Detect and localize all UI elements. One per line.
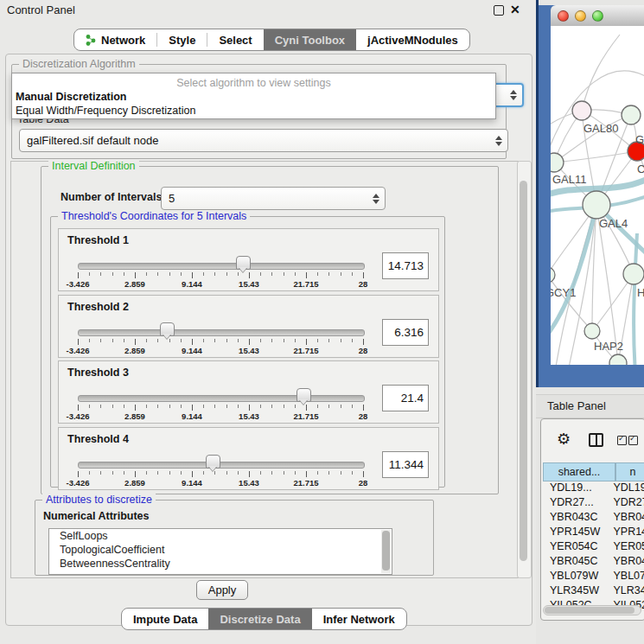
tab-label: jActiveMNodules (367, 34, 458, 47)
node-label-gal80: GAL80 (583, 122, 618, 135)
network-canvas[interactable]: GAL80GAGAL11CGAL4GCY1HHAP2 (551, 26, 644, 365)
tab-label: Infer Network (323, 613, 395, 626)
top-right-node[interactable] (622, 105, 641, 124)
thresholds-section-label: Threshold's Coordinates for 5 Intervals (58, 210, 250, 222)
threshold-value-field[interactable]: 6.316 (382, 319, 429, 346)
column-header-shared-[interactable]: shared... (543, 462, 615, 481)
cell-shared-name: YBL079W (543, 570, 609, 584)
tab-cyni-toolbox[interactable]: Cyni Toolbox (264, 29, 356, 50)
threshold-row-2: Threshold 2-3.4262.8599.14415.4321.71528… (58, 295, 439, 358)
zoom-traffic-light-icon[interactable] (592, 10, 603, 22)
tab-discretize-data[interactable]: Discretize Data (208, 609, 311, 629)
algorithm-dropdown-popup: Select algorithm to view settings Manual… (11, 73, 496, 119)
HAP2-node[interactable] (584, 323, 600, 339)
table-row[interactable]: YDR27...YDR27 (543, 496, 644, 511)
threshold-value-field[interactable]: 11.344 (382, 451, 429, 478)
number-of-intervals-combo[interactable]: 5 (161, 187, 386, 210)
list-scrollbar-thumb[interactable] (382, 531, 390, 571)
table-horizontal-scrollbar[interactable] (543, 605, 641, 615)
cell-name: YBR045 (609, 555, 644, 570)
cell-name: YLR345 (609, 584, 644, 599)
table-data-combo[interactable]: galFiltered.sif default node (19, 129, 508, 152)
slider-track[interactable] (78, 462, 365, 469)
apply-button[interactable]: Apply (196, 580, 248, 600)
cell-shared-name: YER054C (543, 540, 609, 555)
network-thick-edge[interactable] (634, 233, 637, 365)
tab-label: Network (101, 34, 145, 47)
dropdown-prompt: Select algorithm to view settings (12, 73, 495, 90)
table-panel: ⚙ shared...n YDL19...YDL19YDR27...YDR27Y… (540, 418, 644, 621)
close-icon[interactable]: ✕ (510, 3, 520, 16)
control-panel-titlebar: Control Panel ✕ (0, 0, 536, 21)
list-item-selfloops[interactable]: SelfLoops (49, 529, 392, 543)
table-row[interactable]: YBR045CYBR045 (543, 555, 644, 570)
tab-infer-network[interactable]: Infer Network (312, 609, 406, 629)
GAL4-node[interactable] (583, 191, 610, 219)
network-thick-edge[interactable] (551, 205, 596, 337)
list-scrollbar[interactable] (381, 530, 391, 573)
GCY1-node[interactable] (551, 267, 555, 283)
minimize-traffic-light-icon[interactable] (575, 10, 586, 22)
node-label-gal11: GAL11 (552, 173, 587, 186)
network-edge[interactable] (582, 35, 620, 111)
scrollbar-thumb[interactable] (545, 607, 634, 614)
list-item-betweennesscentrality[interactable]: BetweennessCentrality (49, 557, 392, 571)
split-columns-icon[interactable] (589, 433, 603, 447)
scrollbar-thumb[interactable] (520, 181, 527, 561)
table-data-combo-value: galFiltered.sif default node (27, 134, 158, 147)
GAL11-node[interactable] (551, 153, 564, 172)
dropdown-item-manual-discretization[interactable]: Manual Discretization (12, 90, 495, 104)
table-row[interactable]: YER054CYER054 (543, 540, 644, 555)
threshold-value-field[interactable]: 21.4 (382, 385, 429, 411)
cell-name: YER054 (609, 540, 644, 555)
settings-vertical-scrollbar[interactable] (517, 161, 532, 578)
H-node[interactable] (623, 264, 644, 284)
slider-tick-labels: -3.4262.8599.14415.4321.71528 (78, 279, 363, 289)
table-panel-header: Table Panel (536, 394, 644, 418)
table-row[interactable]: YPR145WYPR145 (543, 526, 644, 540)
slider-thumb[interactable] (236, 256, 251, 270)
table-row[interactable]: YLR345WYLR345 (543, 584, 644, 599)
node-label-hap2: HAP2 (594, 340, 623, 353)
cell-shared-name: YBR045C (543, 555, 609, 570)
interval-definition-label: Interval Definition (48, 160, 139, 172)
cell-shared-name: YBR043C (543, 511, 609, 526)
dropdown-item-equal-width-frequency-discretization[interactable]: Equal Width/Frequency Discretization (12, 104, 495, 118)
network-icon (86, 34, 96, 47)
network-window-titlebar[interactable] (551, 5, 644, 27)
slider-track[interactable] (78, 329, 365, 336)
column-header-n[interactable]: n (615, 462, 644, 481)
node-label-c: C (637, 163, 644, 175)
GAL80-node[interactable] (572, 101, 591, 120)
checkbox-pair-icon[interactable] (617, 436, 638, 445)
slider-thumb[interactable] (296, 388, 311, 402)
slider-track[interactable] (78, 263, 365, 270)
list-item-topologicalcoefficient[interactable]: TopologicalCoefficient (49, 543, 392, 557)
slider-tick-labels: -3.4262.8599.14415.4321.71528 (78, 346, 363, 355)
slider-thumb[interactable] (206, 455, 220, 469)
threshold-value-field[interactable]: 14.713 (382, 252, 429, 279)
panel-divider[interactable] (536, 0, 539, 393)
tab-impute-data[interactable]: Impute Data (122, 609, 208, 629)
gear-icon[interactable]: ⚙ (557, 431, 571, 447)
float-window-icon[interactable] (494, 5, 504, 16)
table-row[interactable]: YBL079WYBL079 (543, 570, 644, 584)
tab-jactivemnodules[interactable]: jActiveMNodules (356, 29, 469, 50)
slider-track[interactable] (78, 395, 365, 402)
tab-network[interactable]: Network (74, 29, 156, 50)
threshold-row-4: Threshold 4-3.4262.8599.14415.4321.71528… (58, 427, 439, 490)
numerical-attributes-list[interactable]: SelfLoopsTopologicalCoefficientBetweenne… (48, 528, 392, 575)
table-row[interactable]: YDL19...YDL19 (543, 481, 644, 496)
table-row[interactable]: YBR043CYBR043 (543, 511, 644, 526)
network-edge[interactable] (554, 151, 637, 163)
slider-thumb[interactable] (160, 322, 175, 336)
threshold-label: Threshold 4 (67, 433, 129, 445)
cell-shared-name: YLR345W (543, 584, 609, 599)
cell-name: YPR145 (609, 526, 644, 540)
screenshot-root: Control Panel ✕ NetworkStyleSelectCyni T… (0, 0, 644, 644)
tab-select[interactable]: Select (207, 29, 263, 50)
close-traffic-light-icon[interactable] (558, 10, 569, 22)
tab-style[interactable]: Style (157, 29, 207, 50)
slider-ruler (78, 471, 363, 478)
node-label-ga: GA (635, 133, 644, 146)
